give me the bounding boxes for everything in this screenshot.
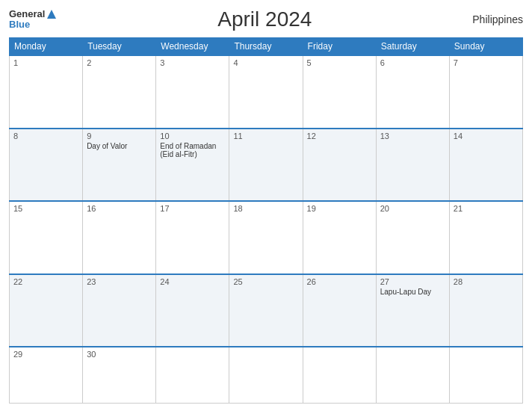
logo-general-text: General (9, 9, 45, 19)
calendar-cell: 18 (229, 201, 303, 274)
calendar-cell: 9Day of Valor (83, 129, 156, 202)
day-number: 19 (307, 204, 372, 213)
day-number: 25 (233, 277, 298, 286)
calendar-cell: 22 (10, 274, 83, 347)
day-number: 11 (233, 132, 298, 140)
day-number: 21 (454, 204, 519, 213)
calendar-cell: 14 (449, 129, 522, 202)
day-number: 14 (454, 132, 519, 140)
calendar-cell: 2 (83, 55, 156, 129)
calendar-cell: 19 (303, 201, 376, 274)
day-number: 1 (13, 58, 78, 67)
day-number: 16 (87, 204, 152, 213)
day-number: 2 (87, 58, 152, 67)
calendar-cell: 20 (376, 201, 449, 274)
calendar-cell: 11 (229, 129, 303, 202)
calendar-cell: 5 (303, 55, 376, 129)
calendar-cell: 30 (83, 347, 156, 403)
week-row-3: 15161718192021 (10, 201, 523, 274)
day-number: 10 (160, 132, 225, 140)
logo: General Blue (9, 9, 57, 31)
svg-marker-0 (47, 10, 56, 19)
calendar-cell: 1 (10, 55, 83, 129)
logo-blue-text: Blue (9, 19, 57, 30)
calendar-title: April 2024 (57, 7, 472, 31)
header-saturday: Saturday (376, 38, 449, 56)
header-friday: Friday (303, 38, 376, 56)
calendar-cell: 25 (229, 274, 303, 347)
day-number: 26 (307, 277, 372, 286)
calendar-cell: 29 (10, 347, 83, 403)
header-sunday: Sunday (449, 38, 522, 56)
holiday-label: Lapu-Lapu Day (380, 288, 445, 296)
calendar-cell: 21 (449, 201, 522, 274)
day-number: 6 (380, 58, 445, 67)
calendar-cell: 17 (156, 201, 229, 274)
calendar-header: General Blue April 2024 Philippines (9, 7, 523, 31)
day-number: 24 (160, 277, 225, 286)
header-wednesday: Wednesday (156, 38, 229, 56)
day-number: 29 (13, 350, 78, 359)
calendar-cell: 3 (156, 55, 229, 129)
day-number: 27 (380, 277, 445, 286)
calendar-cell: 16 (83, 201, 156, 274)
calendar-table: Monday Tuesday Wednesday Thursday Friday… (9, 37, 523, 404)
holiday-label: End of Ramadan (Eid al-Fitr) (160, 142, 225, 158)
calendar-cell: 7 (449, 55, 522, 129)
calendar-cell (449, 347, 522, 403)
calendar-cell: 13 (376, 129, 449, 202)
day-number: 4 (233, 58, 298, 67)
day-number: 8 (13, 132, 78, 140)
calendar-cell: 24 (156, 274, 229, 347)
header-thursday: Thursday (229, 38, 303, 56)
calendar-cell: 12 (303, 129, 376, 202)
day-number: 15 (13, 204, 78, 213)
days-header-row: Monday Tuesday Wednesday Thursday Friday… (10, 38, 523, 56)
calendar-cell (303, 347, 376, 403)
day-number: 23 (87, 277, 152, 286)
logo-triangle-icon (46, 9, 57, 19)
day-number: 30 (87, 350, 152, 359)
day-number: 17 (160, 204, 225, 213)
country-name: Philippines (472, 13, 523, 25)
calendar-cell: 28 (449, 274, 522, 347)
day-number: 3 (160, 58, 225, 67)
calendar-cell: 27Lapu-Lapu Day (376, 274, 449, 347)
header-tuesday: Tuesday (83, 38, 156, 56)
day-number: 7 (454, 58, 519, 67)
calendar-cell: 6 (376, 55, 449, 129)
day-number: 12 (307, 132, 372, 140)
calendar-cell (376, 347, 449, 403)
calendar-cell (229, 347, 303, 403)
day-number: 18 (233, 204, 298, 213)
holiday-label: Day of Valor (87, 142, 152, 150)
calendar-cell: 26 (303, 274, 376, 347)
calendar-cell: 23 (83, 274, 156, 347)
week-row-4: 222324252627Lapu-Lapu Day28 (10, 274, 523, 347)
calendar-page: General Blue April 2024 Philippines Mond… (0, 0, 532, 411)
week-row-1: 1234567 (10, 55, 523, 129)
day-number: 28 (454, 277, 519, 286)
calendar-cell: 15 (10, 201, 83, 274)
header-monday: Monday (10, 38, 83, 56)
calendar-cell (156, 347, 229, 403)
day-number: 9 (87, 132, 152, 140)
week-row-5: 2930 (10, 347, 523, 403)
day-number: 20 (380, 204, 445, 213)
week-row-2: 89Day of Valor10End of Ramadan (Eid al-F… (10, 129, 523, 202)
calendar-cell: 8 (10, 129, 83, 202)
day-number: 13 (380, 132, 445, 140)
calendar-cell: 4 (229, 55, 303, 129)
day-number: 5 (307, 58, 372, 67)
day-number: 22 (13, 277, 78, 286)
calendar-cell: 10End of Ramadan (Eid al-Fitr) (156, 129, 229, 202)
